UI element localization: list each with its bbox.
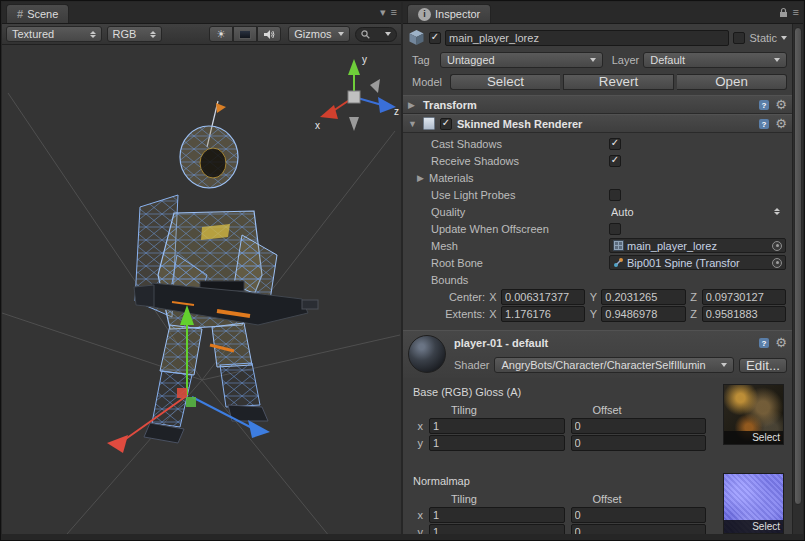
gameobject-name-field[interactable] [445,30,729,46]
center-x-field[interactable] [501,289,585,305]
base-texture-title: Base (RGB) Gloss (A) [413,386,706,402]
render-channel-dropdown[interactable]: RGB [107,26,163,42]
inspector-tab-label: Inspector [435,8,480,20]
normal-offset-y-field[interactable] [571,524,707,535]
inspector-content: ✓ Static Tag Untagged Layer Default [403,24,792,534]
normalmap-thumbnail[interactable]: Select [723,473,784,534]
tag-dropdown[interactable]: Untagged [440,52,603,68]
material-preview-sphere[interactable] [408,335,446,373]
object-picker-icon[interactable] [772,258,782,268]
shader-edit-button[interactable]: Edit... [739,358,787,373]
cube-icon [408,29,425,46]
chevron-down-icon [774,58,780,62]
static-dropdown-icon[interactable] [781,36,787,40]
base-tiling-y-field[interactable] [429,435,565,451]
extents-z-field[interactable] [702,306,786,322]
svg-text:?: ? [762,339,767,348]
bone-icon [613,257,624,268]
gear-icon[interactable]: ⚙ [775,98,787,111]
use-light-probes-label: Use Light Probes [431,189,609,201]
axis-y-label: Y [588,308,598,320]
sun-icon: ☀ [216,28,226,41]
scene-audio-toggle[interactable] [257,26,281,42]
tiling-y-label: y [413,526,423,535]
scene-viewport[interactable]: y x z [2,45,401,534]
offset-header: Offset [571,493,707,505]
extents-y-field[interactable] [601,306,685,322]
normal-tiling-x-field[interactable] [429,507,565,523]
mesh-object-field[interactable]: main_player_lorez [609,238,786,253]
center-y-field[interactable] [601,289,685,305]
help-icon[interactable]: ? [758,99,770,111]
shading-mode-dropdown[interactable]: Textured [6,26,102,42]
shader-dropdown[interactable]: AngryBots/Character/CharacterSelfIllumin [494,357,733,373]
receive-shadows-checkbox[interactable]: ✓ [609,155,621,167]
tab-scene[interactable]: # Scene [6,4,69,23]
static-checkbox[interactable] [733,32,745,44]
scrollbar-thumb[interactable] [794,27,802,505]
gear-icon[interactable]: ⚙ [775,336,787,349]
quality-label: Quality [431,206,609,218]
base-texture-thumbnail[interactable]: Select [723,384,784,445]
foldout-icon[interactable]: ▶ [408,100,418,110]
quality-dropdown[interactable]: Auto [609,204,786,220]
axis-label-x[interactable]: x [315,120,320,131]
object-picker-icon[interactable] [772,241,782,251]
info-icon: i [418,8,431,21]
player-wireframe-model [134,101,318,443]
tab-inspector[interactable]: i Inspector [407,4,491,23]
model-revert-button[interactable]: Revert [563,74,674,90]
scene-panel: # Scene ▾ ≡ Textured RGB ☀ [2,2,401,534]
base-offset-y-field[interactable] [571,435,707,451]
axis-label-y[interactable]: y [362,54,367,65]
tiling-x-label: x [413,420,423,432]
scene-3d-render: y x z [2,45,401,534]
scene-lighting-toggle[interactable]: ☀ [209,26,233,42]
gameobject-active-checkbox[interactable]: ✓ [429,32,441,44]
normalmap-select-button[interactable]: Select [724,520,783,533]
base-tiling-x-field[interactable] [429,418,565,434]
tab-menu-icon[interactable]: ≡ [793,6,799,18]
tab-dropdown-icon[interactable]: ▾ [380,6,386,18]
base-offset-x-field[interactable] [571,418,707,434]
update-when-offscreen-checkbox[interactable] [609,223,621,235]
gear-icon[interactable]: ⚙ [775,117,787,130]
updown-arrows-icon [150,31,156,38]
transform-component-header[interactable]: ▶ Transform ? ⚙ [403,95,792,114]
foldout-icon[interactable]: ▶ [417,173,429,183]
base-texture-select-button[interactable]: Select [724,431,783,444]
mesh-icon [613,240,624,251]
scene-fx-toggle[interactable] [233,26,257,42]
model-open-button[interactable]: Open [677,74,787,90]
lock-icon[interactable] [779,7,788,18]
model-select-button[interactable]: Select [450,74,560,90]
chevron-down-icon [590,58,596,62]
smr-component-header[interactable]: ▼ ✓ Skinned Mesh Renderer ? ⚙ [403,114,792,133]
scene-toolbar: Textured RGB ☀ [2,24,401,45]
use-light-probes-checkbox[interactable] [609,189,621,201]
scene-search-input[interactable] [355,27,397,42]
inspector-scrollbar[interactable] [792,24,803,534]
tab-menu-icon[interactable]: ≡ [391,6,397,18]
update-when-offscreen-label: Update When Offscreen [431,223,609,235]
center-z-field[interactable] [702,289,786,305]
axis-label-z[interactable]: z [394,106,399,117]
foldout-icon[interactable]: ▼ [408,119,418,129]
axis-y-label: Y [588,291,598,303]
bounds-center-row: Center: X Y Z [403,288,792,305]
help-icon[interactable]: ? [758,118,770,130]
search-icon [361,30,370,39]
cast-shadows-checkbox[interactable]: ✓ [609,138,621,150]
inspector-tabbar: i Inspector ≡ [403,2,803,24]
scene-axis-gizmo[interactable]: y x z [315,54,399,131]
smr-enabled-checkbox[interactable]: ✓ [440,118,452,130]
root-bone-object-field[interactable]: Bip001 Spine (Transfor [609,255,786,270]
layer-dropdown[interactable]: Default [643,52,787,68]
help-icon[interactable]: ? [758,337,770,349]
normal-tiling-y-field[interactable] [429,524,565,535]
materials-label[interactable]: Materials [429,172,607,184]
svg-text:?: ? [762,120,767,129]
gizmos-dropdown[interactable]: Gizmos [288,26,349,42]
extents-x-field[interactable] [501,306,585,322]
normal-offset-x-field[interactable] [571,507,707,523]
